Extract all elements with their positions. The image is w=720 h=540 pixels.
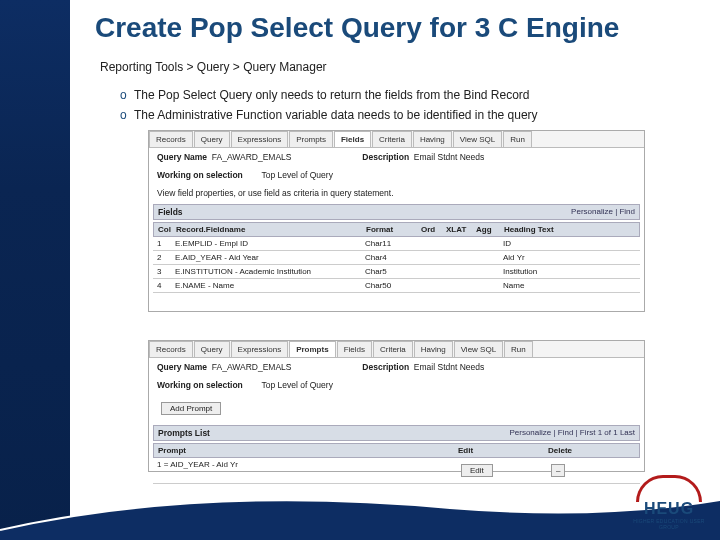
tab-having[interactable]: Having [413, 131, 452, 147]
cell-record: E.INSTITUTION - Academic Institution [175, 267, 365, 276]
logo-subtext: HIGHER EDUCATION USER GROUP [630, 518, 708, 530]
tab-having[interactable]: Having [414, 341, 453, 357]
th-prompt: Prompt [158, 446, 458, 455]
tab-bar: Records Query Expressions Prompts Fields… [149, 341, 644, 358]
tab-expressions[interactable]: Expressions [231, 341, 289, 357]
cell-agg [475, 239, 503, 248]
logo-text: HEUG [630, 500, 708, 518]
cell-ord [420, 267, 445, 276]
th-record: Record.Fieldname [176, 225, 366, 234]
tab-records[interactable]: Records [149, 131, 193, 147]
hint-text: View field properties, or use field as c… [149, 184, 644, 202]
cell-edit: Edit [457, 460, 547, 481]
tab-viewsql[interactable]: View SQL [454, 341, 503, 357]
tab-prompts[interactable]: Prompts [289, 131, 333, 147]
th-agg: Agg [476, 225, 504, 234]
add-prompt-row: Add Prompt [149, 394, 644, 423]
query-header: Query Name FA_AWARD_EMALS Description Em… [149, 148, 644, 166]
cell-col: 2 [157, 253, 175, 262]
bullet-item: oThe Administrative Function variable da… [120, 108, 538, 122]
tab-fields[interactable]: Fields [334, 131, 371, 147]
fields-bar-links[interactable]: Personalize | Find [571, 207, 635, 217]
th-edit: Edit [458, 446, 548, 455]
bullet-text: The Administrative Function variable dat… [134, 108, 538, 122]
prompts-bar-title: Prompts List [158, 428, 210, 438]
cell-xlat [445, 267, 475, 276]
cell-xlat [445, 281, 475, 290]
cell-agg [475, 267, 503, 276]
working-row: Working on selection Top Level of Query [149, 376, 644, 394]
prompts-bar-links[interactable]: Personalize | Find | First 1 of 1 Last [509, 428, 635, 438]
working-label: Working on selection [157, 170, 243, 180]
tab-bar: Records Query Expressions Prompts Fields… [149, 131, 644, 148]
table-row: 1 = AID_YEAR - Aid Yr Edit – [153, 458, 640, 484]
cell-heading: Institution [503, 267, 593, 276]
th-format: Format [366, 225, 421, 234]
cell-record: E.AID_YEAR - Aid Year [175, 253, 365, 262]
cell-ord [420, 253, 445, 262]
th-xlat: XLAT [446, 225, 476, 234]
cell-prompt: 1 = AID_YEAR - Aid Yr [157, 460, 457, 481]
screenshot-prompts: Records Query Expressions Prompts Fields… [148, 340, 645, 472]
tab-criteria[interactable]: Criteria [372, 131, 412, 147]
working-row: Working on selection Top Level of Query [149, 166, 644, 184]
toplevel-text: Top Level of Query [262, 170, 333, 180]
working-label: Working on selection [157, 380, 243, 390]
tab-expressions[interactable]: Expressions [231, 131, 289, 147]
tab-criteria[interactable]: Criteria [373, 341, 413, 357]
cell-format: Char11 [365, 239, 420, 248]
cell-heading: Aid Yr [503, 253, 593, 262]
query-name-label: Query Name [157, 152, 207, 162]
table-row: 2 E.AID_YEAR - Aid Year Char4 Aid Yr [153, 251, 640, 265]
cell-heading: ID [503, 239, 593, 248]
bullet-marker: o [120, 108, 134, 122]
fields-bar: Fields Personalize | Find [153, 204, 640, 220]
tab-records[interactable]: Records [149, 341, 193, 357]
table-row: 1 E.EMPLID - Empl ID Char11 ID [153, 237, 640, 251]
description-label: Description [362, 362, 409, 372]
tab-query[interactable]: Query [194, 341, 230, 357]
add-prompt-button[interactable]: Add Prompt [161, 402, 221, 415]
cell-agg [475, 281, 503, 290]
heug-logo: HEUG HIGHER EDUCATION USER GROUP [630, 475, 708, 530]
tab-run[interactable]: Run [504, 341, 533, 357]
query-name-label: Query Name [157, 362, 207, 372]
cell-format: Char50 [365, 281, 420, 290]
cell-col: 1 [157, 239, 175, 248]
description-value: Email Stdnt Needs [414, 152, 484, 162]
fields-table-head: Col Record.Fieldname Format Ord XLAT Agg… [153, 222, 640, 237]
cell-format: Char5 [365, 267, 420, 276]
query-name-value: FA_AWARD_EMALS [212, 362, 292, 372]
bullet-marker: o [120, 88, 134, 102]
bullet-text: The Pop Select Query only needs to retur… [134, 88, 530, 102]
description-label: Description [362, 152, 409, 162]
th-col: Col [158, 225, 176, 234]
bullet-list: oThe Pop Select Query only needs to retu… [120, 82, 538, 128]
cell-col: 3 [157, 267, 175, 276]
query-name-value: FA_AWARD_EMALS [212, 152, 292, 162]
tab-prompts[interactable]: Prompts [289, 341, 335, 357]
prompts-bar: Prompts List Personalize | Find | First … [153, 425, 640, 441]
cell-xlat [445, 239, 475, 248]
cell-ord [420, 239, 445, 248]
cell-delete: – [547, 460, 607, 481]
tab-fields[interactable]: Fields [337, 341, 372, 357]
slide: Create Pop Select Query for 3 C Engine R… [0, 0, 720, 540]
query-header: Query Name FA_AWARD_EMALS Description Em… [149, 358, 644, 376]
cell-heading: Name [503, 281, 593, 290]
cell-col: 4 [157, 281, 175, 290]
th-heading: Heading Text [504, 225, 594, 234]
tab-query[interactable]: Query [194, 131, 230, 147]
fields-bar-title: Fields [158, 207, 183, 217]
cell-format: Char4 [365, 253, 420, 262]
description-value: Email Stdnt Needs [414, 362, 484, 372]
toplevel-text: Top Level of Query [262, 380, 333, 390]
edit-button[interactable]: Edit [461, 464, 493, 477]
tab-run[interactable]: Run [503, 131, 532, 147]
bullet-item: oThe Pop Select Query only needs to retu… [120, 88, 538, 102]
th-delete: Delete [548, 446, 608, 455]
delete-button[interactable]: – [551, 464, 565, 477]
slide-title: Create Pop Select Query for 3 C Engine [95, 12, 619, 44]
breadcrumb: Reporting Tools > Query > Query Manager [100, 60, 327, 74]
tab-viewsql[interactable]: View SQL [453, 131, 502, 147]
